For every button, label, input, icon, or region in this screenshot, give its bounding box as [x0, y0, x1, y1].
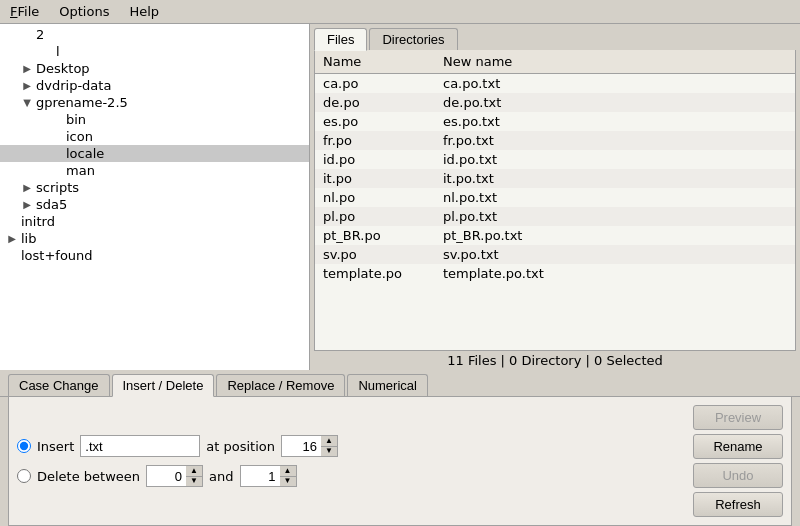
file-menu[interactable]: FFile [4, 2, 45, 21]
file-name: fr.po [315, 132, 435, 149]
tree-arrow: ▶ [5, 233, 19, 244]
file-newname: fr.po.txt [435, 132, 795, 149]
tab-replace-remove[interactable]: Replace / Remove [216, 374, 345, 396]
tree-item[interactable]: ▼ gprename-2.5 [0, 94, 309, 111]
bottom-content: Insert at position ▲ ▼ Delete between ▲ … [8, 397, 792, 526]
tree-arrow: ▼ [20, 97, 34, 108]
tree-label: man [64, 163, 95, 178]
file-newname: ca.po.txt [435, 75, 795, 92]
tab-case-change[interactable]: Case Change [8, 374, 110, 396]
file-name: es.po [315, 113, 435, 130]
undo-button[interactable]: Undo [693, 463, 783, 488]
table-row[interactable]: ca.po ca.po.txt [315, 74, 795, 93]
tab-insert-delete[interactable]: Insert / Delete [112, 374, 215, 397]
file-list-header: Name New name [315, 50, 795, 74]
file-newname: template.po.txt [435, 265, 795, 282]
file-list-container: Name New name ca.po ca.po.txt de.po de.p… [314, 50, 796, 351]
delete-radio[interactable] [17, 469, 31, 483]
position-spin-controls: ▲ ▼ [321, 435, 338, 457]
preview-button[interactable]: Preview [693, 405, 783, 430]
tree-label: icon [64, 129, 93, 144]
tab-numerical[interactable]: Numerical [347, 374, 428, 396]
tree-label: initrd [19, 214, 55, 229]
tree-item[interactable]: locale [0, 145, 309, 162]
table-row[interactable]: pl.po pl.po.txt [315, 207, 795, 226]
delete-to-spin-up[interactable]: ▲ [280, 466, 296, 477]
tree-item[interactable]: icon [0, 128, 309, 145]
insert-row: Insert at position ▲ ▼ [17, 435, 338, 457]
file-name: nl.po [315, 189, 435, 206]
position-spinbox: ▲ ▼ [281, 435, 338, 457]
table-row[interactable]: de.po de.po.txt [315, 93, 795, 112]
file-name: template.po [315, 265, 435, 282]
refresh-button[interactable]: Refresh [693, 492, 783, 517]
table-row[interactable]: es.po es.po.txt [315, 112, 795, 131]
delete-to-spinbox: ▲ ▼ [240, 465, 297, 487]
tree-item[interactable]: ▶ Desktop [0, 60, 309, 77]
position-input[interactable] [281, 435, 321, 457]
table-row[interactable]: id.po id.po.txt [315, 150, 795, 169]
bottom-tabs: Case Change Insert / Delete Replace / Re… [0, 370, 800, 397]
file-name: sv.po [315, 246, 435, 263]
tree-item[interactable]: bin [0, 111, 309, 128]
file-newname: it.po.txt [435, 170, 795, 187]
file-list-scroll[interactable]: ca.po ca.po.txt de.po de.po.txt es.po es… [315, 74, 795, 350]
tree-label: lib [19, 231, 36, 246]
file-name: pl.po [315, 208, 435, 225]
delete-from-spin-up[interactable]: ▲ [186, 466, 202, 477]
file-name: it.po [315, 170, 435, 187]
tab-files[interactable]: Files [314, 28, 367, 51]
file-newname: nl.po.txt [435, 189, 795, 206]
tree-item[interactable]: l [0, 43, 309, 60]
file-newname: pl.po.txt [435, 208, 795, 225]
file-tabs: Files Directories [310, 24, 800, 50]
insert-radio[interactable] [17, 439, 31, 453]
position-spin-down[interactable]: ▼ [321, 447, 337, 457]
insert-delete-options: Insert at position ▲ ▼ Delete between ▲ … [17, 435, 338, 487]
tree-item[interactable]: ▶ sda5 [0, 196, 309, 213]
tree-arrow: ▶ [20, 63, 34, 74]
table-row[interactable]: sv.po sv.po.txt [315, 245, 795, 264]
tree-label: dvdrip-data [34, 78, 111, 93]
tree-item[interactable]: ▶ lib [0, 230, 309, 247]
help-menu[interactable]: Help [123, 2, 165, 21]
table-row[interactable]: template.po template.po.txt [315, 264, 795, 283]
tree-item[interactable]: man [0, 162, 309, 179]
action-buttons: Preview Rename Undo Refresh [693, 405, 783, 517]
file-newname: sv.po.txt [435, 246, 795, 263]
insert-text-input[interactable] [80, 435, 200, 457]
rename-button[interactable]: Rename [693, 434, 783, 459]
tree-label: l [54, 44, 60, 59]
file-newname: id.po.txt [435, 151, 795, 168]
table-row[interactable]: it.po it.po.txt [315, 169, 795, 188]
delete-to-spin-down[interactable]: ▼ [280, 477, 296, 487]
status-bar: 11 Files | 0 Directory | 0 Selected [310, 351, 800, 370]
tree-label: scripts [34, 180, 79, 195]
tree-item[interactable]: lost+found [0, 247, 309, 264]
tree-item[interactable]: 2 [0, 26, 309, 43]
delete-row: Delete between ▲ ▼ and ▲ ▼ [17, 465, 338, 487]
main-area: 2 l ▶ Desktop ▶ dvdrip-data ▼ gprename-2… [0, 24, 800, 370]
delete-from-input[interactable] [146, 465, 186, 487]
tree-item[interactable]: ▶ scripts [0, 179, 309, 196]
tree-item[interactable]: ▶ dvdrip-data [0, 77, 309, 94]
table-row[interactable]: nl.po nl.po.txt [315, 188, 795, 207]
tree-arrow: ▶ [20, 199, 34, 210]
delete-from-spinbox: ▲ ▼ [146, 465, 203, 487]
delete-to-input[interactable] [240, 465, 280, 487]
table-row[interactable]: fr.po fr.po.txt [315, 131, 795, 150]
file-newname: pt_BR.po.txt [435, 227, 795, 244]
delete-from-spin-down[interactable]: ▼ [186, 477, 202, 487]
position-spin-up[interactable]: ▲ [321, 436, 337, 447]
right-panel: Files Directories Name New name ca.po ca… [310, 24, 800, 370]
table-row[interactable]: pt_BR.po pt_BR.po.txt [315, 226, 795, 245]
delete-to-spin-controls: ▲ ▼ [280, 465, 297, 487]
tree-item[interactable]: initrd [0, 213, 309, 230]
tree-arrow: ▶ [20, 182, 34, 193]
menubar: FFile Options Help [0, 0, 800, 24]
tree-label: 2 [34, 27, 44, 42]
options-menu[interactable]: Options [53, 2, 115, 21]
delete-label: Delete between [37, 469, 140, 484]
tree-label: sda5 [34, 197, 67, 212]
tab-directories[interactable]: Directories [369, 28, 457, 50]
